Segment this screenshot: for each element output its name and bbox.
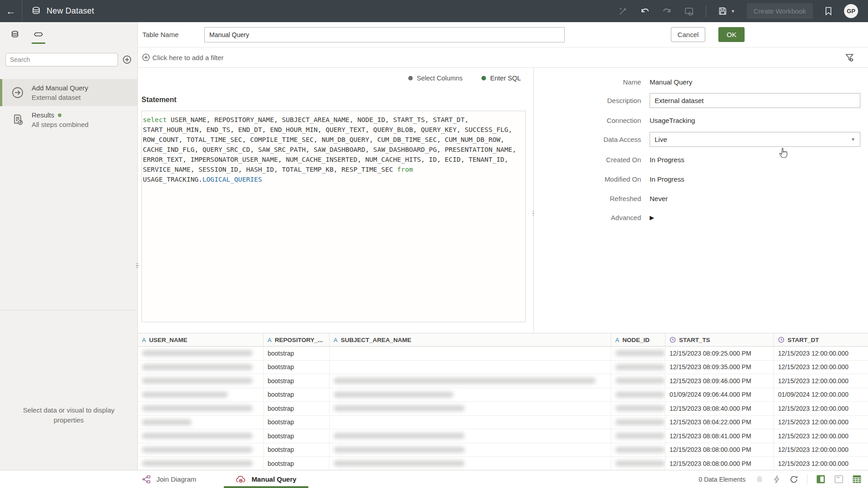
column-header-repository[interactable]: A REPOSITORY_... [264, 333, 330, 346]
sql-code[interactable]: select USER_NAME, REPOSITORY_NAME, SUBJE… [143, 115, 524, 184]
save-button[interactable]: ▼ [718, 6, 735, 16]
add-filter-button[interactable]: Click here to add a filter [142, 53, 224, 62]
cell-repository: bootstrap [264, 416, 330, 429]
cell-subject-area [330, 347, 611, 360]
view-split-icon[interactable] [834, 474, 844, 484]
sidebar-resize-grip[interactable] [136, 258, 139, 274]
table-row[interactable]: bootstrap 12/15/2023 08:09:25.000 PM 12/… [138, 347, 868, 361]
time-type-icon [778, 337, 784, 343]
table-row[interactable]: bootstrap 01/09/2024 09:06:44.000 PM 01/… [138, 388, 868, 402]
cell-start-dt: 12/15/2023 12:00:00.000 [774, 361, 868, 374]
description-input[interactable] [650, 93, 860, 108]
cell-start-dt: 12/15/2023 12:00:00.000 [774, 429, 868, 443]
cell-start-dt: 12/15/2023 12:00:00.000 [774, 347, 868, 360]
cell-user-name [138, 347, 264, 360]
data-access-select[interactable]: Live ▼ [650, 132, 860, 147]
cell-node-id [611, 374, 665, 388]
preview-table-body: bootstrap 12/15/2023 08:09:25.000 PM 12/… [138, 347, 868, 470]
ok-button[interactable]: OK [718, 27, 745, 42]
cell-repository: bootstrap [264, 347, 330, 360]
table-row[interactable]: bootstrap 12/15/2023 08:04:22.000 PM 12/… [138, 416, 868, 430]
dataset-preview-icon[interactable] [684, 6, 694, 16]
results-icon [11, 113, 24, 127]
mode-select-columns[interactable]: Select Columns [408, 75, 463, 82]
cell-start-dt: 01/09/2024 12:00:00.000 [774, 388, 868, 402]
table-row[interactable]: bootstrap 12/15/2023 08:08:40.000 PM 12/… [138, 402, 868, 416]
sidebar-divider [0, 310, 137, 310]
table-row[interactable]: bootstrap 12/15/2023 08:09:46.000 PM 12/… [138, 374, 868, 388]
sidebar-item-add-manual-query[interactable]: Add Manual Query External dataset [0, 79, 137, 106]
cell-start-ts: 01/09/2024 09:06:44.000 PM [665, 388, 774, 402]
refresh-data-icon[interactable] [789, 475, 798, 484]
modified-on-label: Modified On [534, 175, 641, 183]
cell-user-name [138, 429, 264, 443]
sql-statement-box[interactable]: select USER_NAME, REPOSITORY_NAME, SUBJE… [142, 111, 526, 322]
properties-panel: Name Manual Query Description Connection… [534, 68, 868, 333]
flash-refresh-icon[interactable] [773, 475, 781, 484]
table-row[interactable]: bootstrap 12/15/2023 08:08:00.000 PM 12/… [138, 443, 868, 457]
cell-node-id [611, 361, 665, 374]
view-table-icon[interactable] [852, 474, 862, 484]
avatar[interactable]: GP [844, 4, 858, 18]
cell-start-ts: 12/15/2023 08:08:41.000 PM [665, 429, 774, 443]
table-row[interactable]: bootstrap 12/15/2023 08:08:00.000 PM 12/… [138, 457, 868, 470]
tab-join-diagram[interactable]: Join Diagram [142, 470, 196, 488]
filter-bar: Click here to add a filter [138, 47, 868, 68]
text-type-icon: A [334, 337, 338, 343]
add-step-icon[interactable] [122, 55, 132, 65]
text-type-icon: A [142, 337, 146, 343]
cell-subject-area [330, 361, 611, 374]
column-header-start-dt[interactable]: START_DT [774, 333, 868, 346]
cell-node-id [611, 388, 665, 402]
filter-settings-icon[interactable] [844, 52, 854, 62]
cell-user-name [138, 416, 264, 429]
cancel-button[interactable]: Cancel [671, 27, 706, 42]
cell-subject-area [330, 457, 611, 470]
cell-start-ts: 12/15/2023 08:09:25.000 PM [665, 347, 774, 360]
table-row[interactable]: bootstrap 12/15/2023 08:09:35.000 PM 12/… [138, 361, 868, 375]
auto-insights-icon[interactable] [618, 6, 628, 16]
cell-start-dt: 12/15/2023 12:00:00.000 [774, 443, 868, 457]
step-title: Results [32, 111, 54, 119]
connection-value: UsageTracking [650, 117, 695, 124]
mode-enter-sql[interactable]: Enter SQL [481, 75, 521, 82]
data-access-value: Live [655, 136, 667, 143]
redo-icon[interactable] [662, 6, 672, 16]
tab-preparation[interactable] [32, 30, 45, 47]
search-field[interactable] [10, 56, 113, 63]
cell-user-name [138, 374, 264, 388]
cell-subject-area [330, 443, 611, 457]
cell-start-dt: 12/15/2023 12:00:00.000 [774, 457, 868, 470]
step-subtitle: All steps combined [32, 121, 89, 128]
cell-user-name [138, 457, 264, 470]
tab-data[interactable] [8, 30, 22, 47]
view-data-panel-icon[interactable] [816, 474, 826, 484]
modified-on-value: In Progress [650, 175, 684, 183]
tab-manual-query[interactable]: Manual Query [230, 470, 302, 488]
cell-subject-area [330, 374, 611, 388]
column-header-subject-area[interactable]: A SUBJECT_AREA_NAME [330, 333, 611, 346]
back-button[interactable]: ← [0, 0, 22, 22]
advanced-expander-icon[interactable]: ▶ [650, 214, 654, 221]
column-header-user-name[interactable]: A USER_NAME [138, 333, 264, 346]
connection-label: Connection [534, 117, 641, 124]
data-preview-table: A USER_NAME A REPOSITORY_... A SUBJECT_A… [138, 333, 868, 470]
save-menu-caret-icon[interactable]: ▼ [731, 9, 735, 14]
mode-label: Enter SQL [490, 75, 521, 82]
create-workbook-button[interactable]: Create Workbook [747, 3, 813, 19]
search-input[interactable] [5, 53, 118, 66]
sidebar-item-results[interactable]: Results All steps combined [0, 106, 137, 133]
undo-icon[interactable] [640, 6, 650, 16]
chevron-down-icon: ▼ [851, 137, 855, 142]
bottom-bar-separator [807, 474, 807, 484]
bookmark-icon[interactable] [825, 6, 832, 16]
column-header-node-id[interactable]: A NODE_ID [611, 333, 665, 346]
cell-repository: bootstrap [264, 388, 330, 402]
table-row[interactable]: bootstrap 12/15/2023 08:08:41.000 PM 12/… [138, 429, 868, 443]
column-header-start-ts[interactable]: START_TS [665, 333, 774, 346]
ghost-preview-icon[interactable] [755, 475, 764, 484]
cell-subject-area [330, 402, 611, 415]
add-filter-label: Click here to add a filter [152, 54, 224, 61]
cell-subject-area [330, 416, 611, 429]
table-name-input[interactable] [204, 27, 565, 42]
